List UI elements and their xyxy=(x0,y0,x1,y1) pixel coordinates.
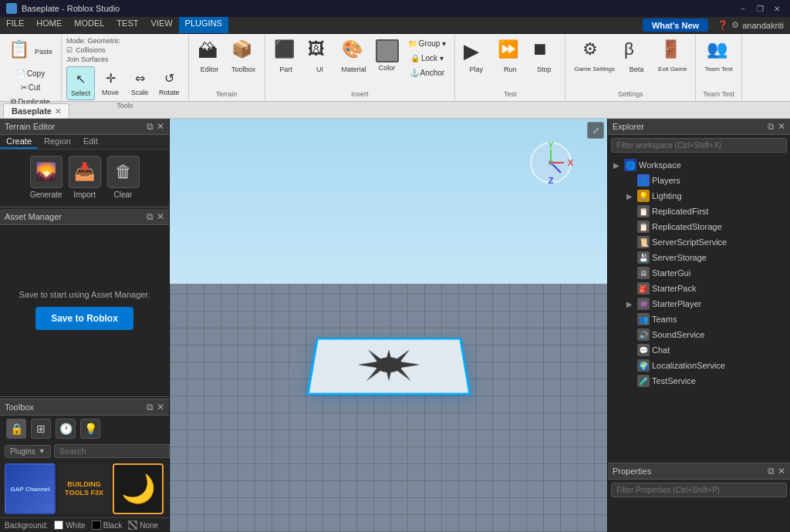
clear-tool[interactable]: 🗑 Clear xyxy=(107,156,140,199)
terrain-tab-create[interactable]: Create xyxy=(0,135,38,149)
bg-none-option[interactable]: None xyxy=(128,520,158,530)
exit-game-label: Exit Game xyxy=(658,66,687,72)
bg-black-label: Black xyxy=(103,521,122,530)
terrain-tab-region[interactable]: Region xyxy=(38,135,77,149)
game-settings-button[interactable]: ⚙ Game Settings xyxy=(570,37,619,75)
explorer-close-icon[interactable]: ✕ xyxy=(778,121,785,132)
tree-item-soundservice[interactable]: 🔊 SoundService xyxy=(608,327,790,342)
explorer-float-icon[interactable]: ⧉ xyxy=(768,121,775,132)
properties-close-icon[interactable]: ✕ xyxy=(778,466,785,476)
save-to-roblox-button[interactable]: Save to Roblox xyxy=(35,307,133,330)
import-tool[interactable]: 📥 Import xyxy=(69,156,101,199)
chat-arrow xyxy=(624,345,635,355)
terrain-tab-edit[interactable]: Edit xyxy=(77,135,104,149)
tree-item-serverscriptservice[interactable]: 📜 ServerScriptService xyxy=(608,234,790,250)
toolbox-close-icon[interactable]: ✕ xyxy=(157,402,164,412)
plugins-dropdown-icon[interactable]: ▼ xyxy=(39,447,46,455)
asset-manager-header: Asset Manager ⧉ ✕ xyxy=(0,209,169,225)
rep2-label: ReplicatedStorage xyxy=(652,222,722,231)
properties-search-input[interactable] xyxy=(611,483,787,497)
baseplate-tab[interactable]: Baseplate ✕ xyxy=(3,103,69,118)
team-test-button[interactable]: 👥 Team Test xyxy=(701,37,736,75)
bg-white-option[interactable]: White xyxy=(54,520,86,530)
select-button[interactable]: ↖ Select xyxy=(66,66,95,100)
menu-model[interactable]: MODEL xyxy=(68,17,110,33)
menu-plugins[interactable]: PLUGINS xyxy=(179,17,228,33)
material-button[interactable]: 🎨 Material xyxy=(338,37,370,76)
plugin-2-thumb[interactable]: BUILDING TOOLS F3X xyxy=(59,463,110,514)
toolbox-create-icon[interactable]: 💡 xyxy=(80,419,100,439)
copy-button[interactable]: 📄 Copy xyxy=(5,67,56,80)
tree-item-workspace[interactable]: ▶ 🌐 Workspace xyxy=(608,157,790,173)
anchor-button[interactable]: ⚓ Anchor xyxy=(404,66,451,79)
team-test-buttons: 👥 Team Test xyxy=(701,37,736,89)
tree-item-players[interactable]: 👤 Players xyxy=(608,173,790,188)
explorer-search-input[interactable] xyxy=(611,138,787,153)
tree-item-replicatedfirst[interactable]: 📋 ReplicatedFirst xyxy=(608,204,790,219)
baseplate-object[interactable] xyxy=(312,330,466,399)
tree-item-serverstorage[interactable]: 💾 ServerStorage xyxy=(608,250,790,265)
group-button[interactable]: 📁 Group ▾ xyxy=(404,37,451,50)
part-button[interactable]: ⬛ Part xyxy=(270,37,302,76)
tree-item-startergui[interactable]: 🖥 StarterGui xyxy=(608,265,790,281)
tree-item-chat[interactable]: 💬 Chat xyxy=(608,342,790,358)
toolbox-float-icon[interactable]: ⧉ xyxy=(147,402,154,412)
terrain-float-icon[interactable]: ⧉ xyxy=(147,121,154,132)
toolbox-grid-icon[interactable]: ⊞ xyxy=(31,419,51,439)
minimize-button[interactable]: − xyxy=(736,3,750,14)
tree-item-teams[interactable]: 👥 Teams xyxy=(608,311,790,327)
menu-file[interactable]: FILE xyxy=(0,17,30,33)
asset-manager-controls: ⧉ ✕ xyxy=(147,211,164,222)
viewport-expand-button[interactable]: ⤢ xyxy=(587,122,604,139)
black-swatch xyxy=(92,520,101,530)
paste-button[interactable]: 📋 Paste xyxy=(5,37,56,66)
whats-new-button[interactable]: What's New xyxy=(643,19,708,32)
beta-button[interactable]: β Beta xyxy=(620,37,653,76)
menu-home[interactable]: HOME xyxy=(30,17,68,33)
asset-float-icon[interactable]: ⧉ xyxy=(147,211,154,222)
rotation-gizmo[interactable]: X Y Z xyxy=(530,142,576,188)
toolbox-search-input[interactable] xyxy=(54,444,171,458)
rotate-button[interactable]: ↺ Rotate xyxy=(155,66,184,99)
play-button[interactable]: ▶ Play xyxy=(460,37,492,76)
clipboard-tools: 📋 Paste 📄 Copy ✂ Cut ⧉ Duplicate xyxy=(5,37,56,109)
tree-item-lighting[interactable]: ▶ 💡 Lighting xyxy=(608,188,790,204)
color-button[interactable]: Color xyxy=(372,37,403,74)
lock-button[interactable]: 🔒 Lock ▾ xyxy=(404,52,451,65)
sss-label: ServerScriptService xyxy=(652,237,727,247)
toolbox-lock-icon[interactable]: 🔒 xyxy=(6,419,26,439)
viewport[interactable]: X Y Z ⤢ xyxy=(170,119,607,532)
tree-item-testservice[interactable]: 🧪 TestService xyxy=(608,373,790,389)
toolbox-ribbon-button[interactable]: 📦 Toolbox xyxy=(228,37,260,76)
plugin-3-thumb[interactable]: 🌙 xyxy=(113,463,164,514)
asset-close-icon[interactable]: ✕ xyxy=(157,211,164,222)
titlebar-controls[interactable]: − ❐ ✕ xyxy=(736,3,784,14)
baseplate-tab-close[interactable]: ✕ xyxy=(55,107,61,116)
toolbox-title: Toolbox xyxy=(5,402,34,412)
plugin-1-thumb[interactable]: GAP Channel xyxy=(5,463,56,514)
run-button[interactable]: ⏩ Run xyxy=(494,37,526,76)
tree-item-localizationservice[interactable]: 🌍 LocalizationService xyxy=(608,358,790,373)
terrain-editor-header: Terrain Editor ⧉ ✕ xyxy=(0,119,169,135)
lighting-icon: 💡 xyxy=(637,190,650,202)
cut-button[interactable]: ✂ Cut xyxy=(5,81,56,94)
generate-tool[interactable]: 🌄 Generate xyxy=(30,156,62,199)
menu-view[interactable]: VIEW xyxy=(144,17,178,33)
tree-item-replicatedstorage[interactable]: 📋 ReplicatedStorage xyxy=(608,219,790,234)
properties-float-icon[interactable]: ⧉ xyxy=(768,466,775,476)
ribbon-test-section: ▶ Play ⏩ Run ⏹ Stop Test xyxy=(455,34,565,101)
editor-button[interactable]: 🏔 Editor xyxy=(194,37,226,76)
terrain-close-icon[interactable]: ✕ xyxy=(157,121,164,132)
tree-item-starterpack[interactable]: 🎒 StarterPack xyxy=(608,281,790,296)
exit-game-button[interactable]: 🚪 Exit Game xyxy=(654,37,690,75)
toolbox-recent-icon[interactable]: 🕐 xyxy=(56,419,76,439)
ui-button[interactable]: 🖼 UI xyxy=(304,37,336,76)
menu-test[interactable]: TEST xyxy=(110,17,144,33)
maximize-button[interactable]: ❐ xyxy=(753,3,767,14)
scale-button[interactable]: ⇔ Scale xyxy=(126,66,154,99)
tree-item-starterplayer[interactable]: ▶ 👾 StarterPlayer xyxy=(608,296,790,311)
move-button[interactable]: ✛ Move xyxy=(96,66,124,99)
stop-button[interactable]: ⏹ Stop xyxy=(528,37,560,76)
bg-black-option[interactable]: Black xyxy=(92,520,122,530)
close-button[interactable]: ✕ xyxy=(770,3,784,14)
